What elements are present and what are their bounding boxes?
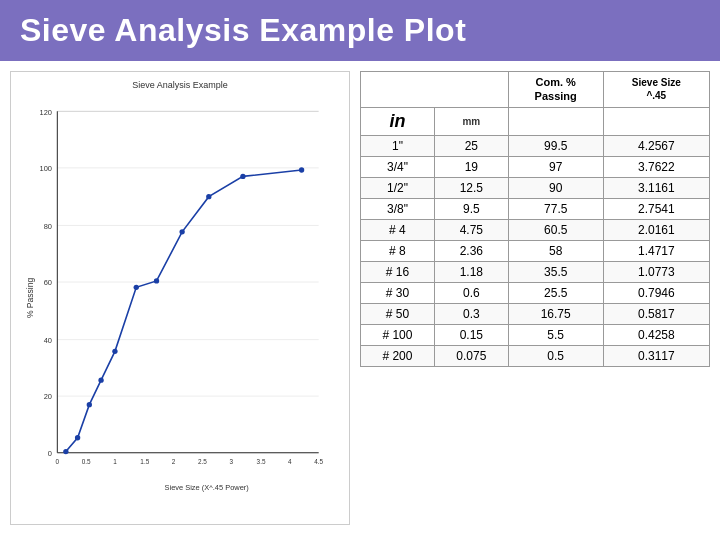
svg-text:0: 0	[56, 458, 60, 465]
sieve-data-table: Com. % Passing Sieve Size ^.45 in mm	[360, 71, 710, 367]
passing-cell: 58	[508, 240, 603, 261]
sieve-mm-cell: 0.15	[434, 324, 508, 345]
sieve-in-cell: 1/2"	[361, 177, 435, 198]
sieve-in-cell: 3/4"	[361, 156, 435, 177]
svg-point-33	[134, 285, 139, 290]
sieve-in-cell: # 100	[361, 324, 435, 345]
svg-text:0.5: 0.5	[82, 458, 91, 465]
sieve-mm-cell: 1.18	[434, 261, 508, 282]
table-row: # 16 1.18 35.5 1.0773	[361, 261, 710, 282]
svg-text:2: 2	[172, 458, 176, 465]
svg-text:4.5: 4.5	[314, 458, 323, 465]
size45-cell: 1.0773	[603, 261, 709, 282]
page-title: Sieve Analysis Example Plot	[20, 12, 466, 49]
sieve-mm-cell: 0.075	[434, 345, 508, 366]
mm-header: mm	[434, 107, 508, 135]
svg-text:60: 60	[44, 278, 52, 287]
sieve-size-header	[361, 72, 509, 108]
table-row: # 50 0.3 16.75 0.5817	[361, 303, 710, 324]
sieve-mm-cell: 2.36	[434, 240, 508, 261]
svg-point-32	[112, 349, 117, 354]
passing-cell: 97	[508, 156, 603, 177]
table-row: 1/2" 12.5 90 3.1161	[361, 177, 710, 198]
table-row: # 100 0.15 5.5 0.4258	[361, 324, 710, 345]
main-content: Sieve Analysis Example % Passing Sieve S…	[0, 61, 720, 535]
table-row: 1" 25 99.5 4.2567	[361, 135, 710, 156]
sieve-size-45-header: Sieve Size ^.45	[603, 72, 709, 108]
passing-cell: 35.5	[508, 261, 603, 282]
sieve-mm-cell: 12.5	[434, 177, 508, 198]
size45-cell: 0.4258	[603, 324, 709, 345]
chart-area: Sieve Analysis Example % Passing Sieve S…	[10, 71, 350, 525]
passing-cell: 90	[508, 177, 603, 198]
svg-point-31	[98, 377, 103, 382]
sieve-in-cell: # 8	[361, 240, 435, 261]
svg-text:100: 100	[40, 164, 52, 173]
svg-text:Sieve Size (X^.45 Power): Sieve Size (X^.45 Power)	[165, 483, 250, 492]
size45-cell: 2.7541	[603, 198, 709, 219]
sieve-in-cell: # 4	[361, 219, 435, 240]
chart-title: Sieve Analysis Example	[132, 80, 228, 90]
svg-text:20: 20	[44, 392, 52, 401]
svg-text:3.5: 3.5	[257, 458, 266, 465]
svg-text:1.5: 1.5	[140, 458, 149, 465]
sieve-in-cell: # 200	[361, 345, 435, 366]
svg-text:1: 1	[113, 458, 117, 465]
size45-cell: 1.4717	[603, 240, 709, 261]
sieve-mm-cell: 0.3	[434, 303, 508, 324]
passing-cell: 5.5	[508, 324, 603, 345]
sieve-in-cell: # 16	[361, 261, 435, 282]
svg-point-30	[87, 402, 92, 407]
size45-cell: 2.0161	[603, 219, 709, 240]
svg-point-38	[299, 167, 304, 172]
svg-text:4: 4	[288, 458, 292, 465]
passing-cell: 0.5	[508, 345, 603, 366]
sieve-mm-cell: 0.6	[434, 282, 508, 303]
sieve-in-cell: 1"	[361, 135, 435, 156]
in-header: in	[361, 107, 435, 135]
page-header: Sieve Analysis Example Plot	[0, 0, 720, 61]
size45-cell: 4.2567	[603, 135, 709, 156]
sieve-in-cell: # 30	[361, 282, 435, 303]
sieve-mm-cell: 4.75	[434, 219, 508, 240]
svg-text:40: 40	[44, 336, 52, 345]
svg-text:80: 80	[44, 222, 52, 231]
sieve-mm-cell: 19	[434, 156, 508, 177]
svg-point-34	[154, 278, 159, 283]
sieve-in-cell: 3/8"	[361, 198, 435, 219]
svg-text:% Passing: % Passing	[25, 278, 35, 318]
svg-point-28	[63, 449, 68, 454]
sieve-in-cell: # 50	[361, 303, 435, 324]
size45-cell: 0.7946	[603, 282, 709, 303]
table-row: # 4 4.75 60.5 2.0161	[361, 219, 710, 240]
com-passing-header: Com. % Passing	[508, 72, 603, 108]
table-row: # 30 0.6 25.5 0.7946	[361, 282, 710, 303]
passing-subheader	[508, 107, 603, 135]
svg-text:120: 120	[40, 108, 52, 117]
table-row: # 8 2.36 58 1.4717	[361, 240, 710, 261]
table-row: # 200 0.075 0.5 0.3117	[361, 345, 710, 366]
passing-cell: 16.75	[508, 303, 603, 324]
sieve-mm-cell: 9.5	[434, 198, 508, 219]
table-area: Com. % Passing Sieve Size ^.45 in mm	[360, 71, 710, 525]
table-row: 3/4" 19 97 3.7622	[361, 156, 710, 177]
svg-point-36	[206, 194, 211, 199]
sieve-mm-cell: 25	[434, 135, 508, 156]
passing-cell: 77.5	[508, 198, 603, 219]
svg-text:3: 3	[229, 458, 233, 465]
svg-text:0: 0	[48, 449, 52, 458]
svg-point-37	[240, 174, 245, 179]
svg-point-35	[179, 229, 184, 234]
size45-subheader	[603, 107, 709, 135]
size45-cell: 0.5817	[603, 303, 709, 324]
svg-text:2.5: 2.5	[198, 458, 207, 465]
size45-cell: 0.3117	[603, 345, 709, 366]
size45-cell: 3.1161	[603, 177, 709, 198]
size45-cell: 3.7622	[603, 156, 709, 177]
sieve-chart: % Passing Sieve Size (X^.45 Power) 0 20 …	[20, 98, 340, 498]
passing-cell: 25.5	[508, 282, 603, 303]
svg-point-29	[75, 435, 80, 440]
passing-cell: 99.5	[508, 135, 603, 156]
table-row: 3/8" 9.5 77.5 2.7541	[361, 198, 710, 219]
passing-cell: 60.5	[508, 219, 603, 240]
